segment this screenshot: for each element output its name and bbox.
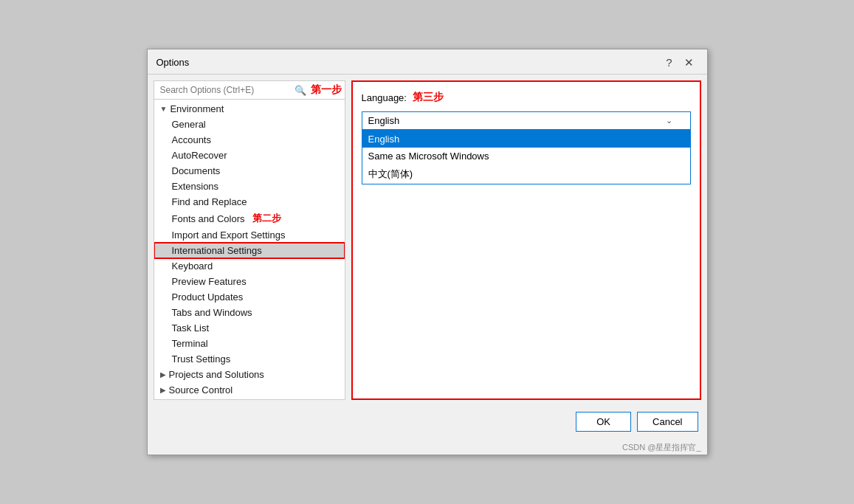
item-label: Fonts and Colors [172,213,245,224]
search-bar: 🔍 第一步 [154,81,345,100]
options-dialog: Options ? ✕ 🔍 第一步 ▼ Environment [147,49,708,455]
tree-item-terminal[interactable]: Terminal [154,336,345,351]
expand-icon: ▶ [160,386,166,394]
right-panel: Language: 第三步 English ⌄ English Same as … [351,80,701,400]
tree-category-projects[interactable]: ▶ Projects and Solutions [154,367,345,382]
item-label: Extensions [172,181,219,192]
tree-item-product-updates[interactable]: Product Updates [154,289,345,305]
tree-item-import-export[interactable]: Import and Export Settings [154,227,345,243]
tree-item-extensions[interactable]: Extensions [154,179,345,194]
language-row: Language: 第三步 [362,91,691,104]
language-dropdown-container: English ⌄ English Same as Microsoft Wind… [362,111,691,184]
item-label: Find and Replace [172,196,247,207]
tree-item-keyboard[interactable]: Keyboard [154,258,345,274]
language-dropdown-list: English Same as Microsoft Windows 中文(简体) [362,130,691,184]
close-button[interactable]: ✕ [680,55,698,69]
dropdown-option-english[interactable]: English [362,131,690,148]
step2-annotation: 第二步 [252,212,281,225]
help-button[interactable]: ? [661,55,676,69]
item-label: Product Updates [172,291,244,303]
item-label: Preview Features [172,276,247,287]
item-label: Keyboard [172,260,213,272]
item-label: Trust Settings [172,353,231,365]
tree-item-tabs-windows[interactable]: Tabs and Windows [154,305,345,320]
step1-annotation: 第一步 [311,83,342,97]
tree-container: ▼ Environment General Accounts AutoRecov… [154,100,345,399]
tree-category-environment[interactable]: ▼ Environment [154,101,345,117]
dialog-footer: OK Cancel [148,406,707,441]
expand-icon: ▶ [160,370,166,379]
dropdown-selected-value: English [368,115,400,126]
option-label: English [368,134,400,145]
step3-annotation: 第三步 [413,91,444,104]
tree-item-international-settings[interactable]: International Settings [154,243,345,258]
tree-item-documents[interactable]: Documents [154,163,345,179]
ok-button[interactable]: OK [576,412,631,432]
tree-item-find-replace[interactable]: Find and Replace [154,194,345,210]
watermark: CSDN @星星指挥官_ [148,441,707,455]
title-bar: Options ? ✕ [148,49,707,75]
left-panel: 🔍 第一步 ▼ Environment General Accounts A [154,80,345,400]
tree-item-autorecover[interactable]: AutoRecover [154,148,345,163]
chevron-down-icon: ⌄ [666,116,672,125]
environment-label: Environment [170,103,224,114]
source-control-label: Source Control [169,384,233,396]
tree-item-general[interactable]: General [154,117,345,132]
tree-item-fonts-colors[interactable]: Fonts and Colors 第二步 [154,210,345,227]
item-label: General [172,119,206,130]
search-input[interactable] [157,83,295,97]
tree-item-preview-features[interactable]: Preview Features [154,274,345,289]
projects-label: Projects and Solutions [169,369,264,380]
language-dropdown[interactable]: English ⌄ [362,111,691,130]
search-icon: 🔍 [295,85,306,96]
option-label: 中文(简体) [368,168,413,179]
item-label: Documents [172,165,221,176]
collapse-icon: ▼ [160,105,168,113]
item-label: Terminal [172,338,208,349]
item-label: Accounts [172,134,211,145]
tree-category-source-control[interactable]: ▶ Source Control [154,382,345,398]
cancel-button[interactable]: Cancel [637,412,698,432]
option-label: Same as Microsoft Windows [368,151,489,162]
dropdown-option-chinese[interactable]: 中文(简体) [362,165,690,184]
tree-item-accounts[interactable]: Accounts [154,132,345,148]
dropdown-option-windows[interactable]: Same as Microsoft Windows [362,148,690,165]
item-label: Task List [172,322,210,334]
item-label: AutoRecover [172,150,227,161]
item-label: International Settings [172,245,262,256]
item-label: Import and Export Settings [172,229,286,241]
tree-item-trust-settings[interactable]: Trust Settings [154,351,345,367]
tree-item-task-list[interactable]: Task List [154,320,345,336]
dialog-title: Options [156,57,190,68]
dialog-body: 🔍 第一步 ▼ Environment General Accounts A [148,75,707,406]
title-bar-controls: ? ✕ [661,55,698,69]
language-label: Language: [362,92,407,103]
item-label: Tabs and Windows [172,307,252,318]
